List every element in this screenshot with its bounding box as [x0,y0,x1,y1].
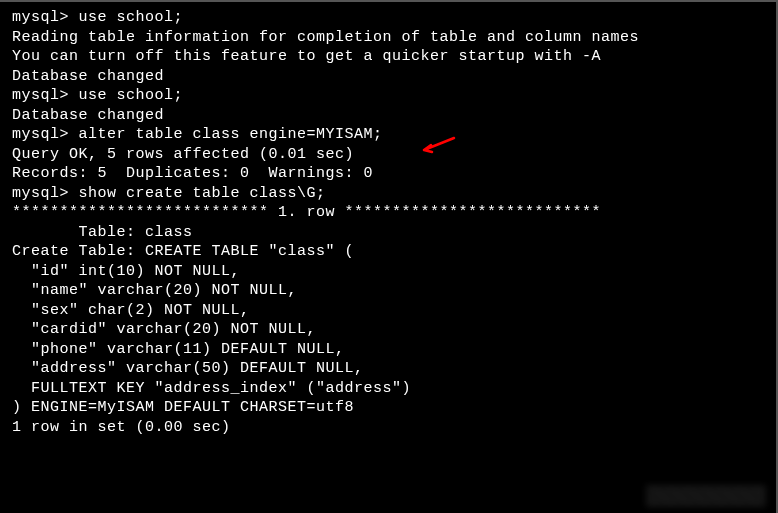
terminal-line-turnoff-hint: You can turn off this feature to get a q… [12,47,764,67]
terminal-line-col-sex: "sex" char(2) NOT NULL, [12,301,764,321]
terminal-line-col-phone: "phone" varchar(11) DEFAULT NULL, [12,340,764,360]
terminal-line-fulltext-key: FULLTEXT KEY "address_index" ("address") [12,379,764,399]
terminal-line-col-name: "name" varchar(20) NOT NULL, [12,281,764,301]
terminal-line-records-summary: Records: 5 Duplicates: 0 Warnings: 0 [12,164,764,184]
terminal-line-query-ok: Query OK, 5 rows affected (0.01 sec) [12,145,764,165]
terminal-line-col-cardid: "cardid" varchar(20) NOT NULL, [12,320,764,340]
terminal-line-rows-in-set: 1 row in set (0.00 sec) [12,418,764,438]
terminal-line-prompt-show-create: mysql> show create table class\G; [12,184,764,204]
terminal-line-db-changed-1: Database changed [12,67,764,87]
terminal-line-row-separator: *************************** 1. row *****… [12,203,764,223]
terminal-line-db-changed-2: Database changed [12,106,764,126]
terminal-line-col-id: "id" int(10) NOT NULL, [12,262,764,282]
terminal-line-reading-info: Reading table information for completion… [12,28,764,48]
terminal-line-prompt-use-school-2: mysql> use school; [12,86,764,106]
terminal-line-prompt-use-school-1: mysql> use school; [12,8,764,28]
terminal-line-engine-charset: ) ENGINE=MyISAM DEFAULT CHARSET=utf8 [12,398,764,418]
watermark-blur [646,485,766,507]
terminal-line-table-name: Table: class [12,223,764,243]
terminal-line-prompt-alter-table: mysql> alter table class engine=MYISAM; [12,125,764,145]
terminal-line-create-table-open: Create Table: CREATE TABLE "class" ( [12,242,764,262]
terminal-line-col-address: "address" varchar(50) DEFAULT NULL, [12,359,764,379]
